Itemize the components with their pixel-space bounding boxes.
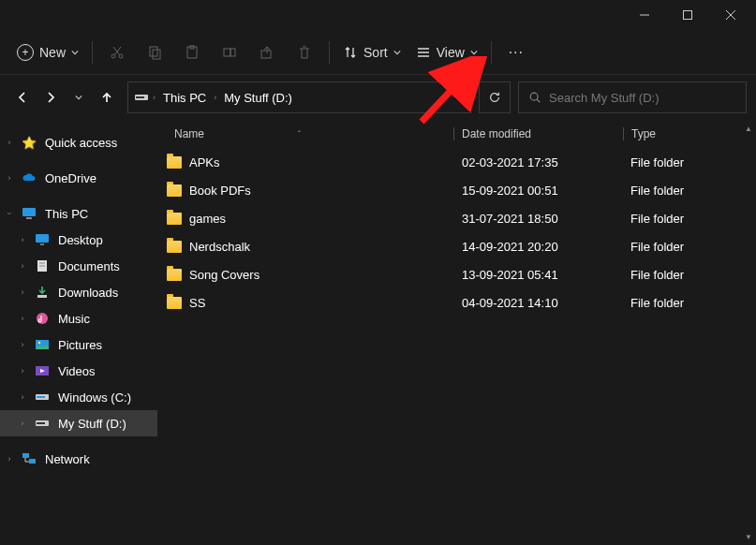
- sidebar-videos[interactable]: ›Videos: [0, 358, 157, 384]
- table-row[interactable]: Book PDFs15-09-2021 00:51File folder: [157, 176, 756, 204]
- file-area: Nameˆ Date modified Type APKs02-03-2021 …: [157, 120, 756, 545]
- clipboard-icon: [185, 45, 200, 60]
- scroll-up-button[interactable]: ▲: [742, 122, 755, 135]
- svg-rect-8: [150, 47, 157, 56]
- separator: [92, 41, 93, 64]
- nav-row: › This PC › My Stuff (D:): [0, 75, 756, 120]
- list-lines-icon: [416, 45, 431, 60]
- document-icon: [34, 258, 51, 274]
- minimize-button[interactable]: [623, 1, 666, 29]
- chevron-right-icon[interactable]: ›: [13, 392, 32, 402]
- file-name: APKs: [189, 155, 220, 169]
- svg-rect-13: [230, 49, 235, 56]
- sidebar-quick-access[interactable]: ›⭐Quick access: [0, 129, 157, 155]
- sidebar-downloads[interactable]: ›Downloads: [0, 279, 157, 305]
- sidebar-music[interactable]: ›Music: [0, 305, 157, 331]
- table-row[interactable]: games31-07-2021 18:50File folder: [157, 204, 756, 232]
- sidebar: ›⭐Quick access ›OneDrive ›This PC ›Deskt…: [0, 120, 157, 545]
- search-icon: [528, 91, 541, 104]
- file-name: Song Covers: [189, 268, 259, 282]
- recent-dropdown[interactable]: [66, 84, 92, 110]
- breadcrumb-root[interactable]: This PC: [159, 91, 210, 105]
- copy-button[interactable]: [136, 36, 173, 69]
- music-icon: [34, 310, 51, 327]
- separator: [329, 41, 330, 64]
- up-button[interactable]: [94, 84, 120, 110]
- rename-button[interactable]: [211, 36, 248, 69]
- chevron-right-icon[interactable]: ›: [13, 340, 32, 349]
- paste-button[interactable]: [173, 36, 211, 69]
- search-box[interactable]: [518, 81, 747, 113]
- file-type: File folder: [622, 268, 734, 282]
- chevron-down-icon[interactable]: ›: [5, 204, 14, 223]
- scroll-down-button[interactable]: ▼: [742, 530, 755, 543]
- svg-rect-22: [22, 208, 36, 216]
- sidebar-onedrive[interactable]: ›OneDrive: [0, 165, 157, 191]
- refresh-button[interactable]: [479, 81, 511, 113]
- folder-icon: [167, 156, 182, 169]
- chevron-right-icon[interactable]: ›: [13, 287, 32, 297]
- monitor-icon: [21, 205, 37, 222]
- table-row[interactable]: Nerdschalk14-09-2021 20:20File folder: [157, 232, 756, 260]
- chevron-right-icon[interactable]: ›: [13, 366, 32, 376]
- column-name[interactable]: Nameˆ: [157, 127, 453, 140]
- chevron-right-icon[interactable]: ›: [13, 235, 32, 244]
- chevron-down-icon: [393, 49, 401, 56]
- table-row[interactable]: APKs02-03-2021 17:35File folder: [157, 148, 756, 176]
- svg-line-21: [537, 99, 540, 102]
- file-date: 15-09-2021 00:51: [453, 184, 622, 198]
- close-button[interactable]: [709, 1, 752, 29]
- chevron-right-icon[interactable]: ›: [13, 419, 32, 428]
- svg-point-20: [530, 93, 538, 100]
- back-button[interactable]: [9, 84, 36, 110]
- desktop-icon: [34, 231, 51, 248]
- folder-icon: [167, 297, 182, 309]
- svg-rect-36: [37, 396, 45, 398]
- vertical-scrollbar[interactable]: ▲ ▼: [741, 120, 756, 545]
- sidebar-pictures[interactable]: ›Pictures: [0, 331, 157, 358]
- cut-button[interactable]: [98, 36, 136, 69]
- table-row[interactable]: SS04-09-2021 14:10File folder: [157, 288, 756, 317]
- chevron-right-icon[interactable]: ›: [0, 138, 19, 147]
- chevron-down-icon: [71, 49, 79, 56]
- sidebar-mystuff-d[interactable]: ›My Stuff (D:): [0, 410, 157, 436]
- svg-rect-24: [36, 234, 49, 243]
- video-icon: [34, 362, 51, 379]
- chevron-right-icon[interactable]: ›: [13, 314, 32, 323]
- folder-icon: [167, 213, 182, 225]
- column-type[interactable]: Type: [624, 127, 736, 140]
- view-button[interactable]: View: [408, 36, 485, 69]
- file-date: 14-09-2021 20:20: [453, 240, 622, 254]
- sidebar-documents[interactable]: ›Documents: [0, 253, 157, 279]
- svg-rect-14: [261, 51, 271, 58]
- share-button[interactable]: [248, 36, 286, 69]
- toolbar: + New Sort View ···: [0, 30, 756, 75]
- chevron-right-icon: ›: [153, 93, 156, 102]
- table-row[interactable]: Song Covers13-09-2021 05:41File folder: [157, 260, 756, 288]
- address-bar[interactable]: › This PC › My Stuff (D:): [127, 81, 471, 113]
- search-input[interactable]: [549, 91, 736, 105]
- column-date[interactable]: Date modified: [454, 127, 623, 140]
- new-button[interactable]: + New: [9, 36, 86, 69]
- scissors-icon: [110, 45, 125, 60]
- maximize-button[interactable]: [666, 1, 709, 29]
- svg-point-5: [119, 54, 123, 58]
- chevron-right-icon[interactable]: ›: [0, 454, 19, 464]
- chevron-right-icon[interactable]: ›: [13, 261, 32, 271]
- sidebar-desktop[interactable]: ›Desktop: [0, 227, 157, 253]
- svg-rect-39: [22, 453, 29, 458]
- forward-button[interactable]: [37, 84, 64, 110]
- sort-button[interactable]: Sort: [335, 36, 408, 69]
- svg-rect-40: [29, 459, 36, 464]
- delete-button[interactable]: [286, 36, 323, 69]
- chevron-down-icon[interactable]: [457, 94, 465, 101]
- breadcrumb-leaf[interactable]: My Stuff (D:): [220, 91, 296, 105]
- folder-icon: [167, 184, 182, 197]
- chevron-right-icon[interactable]: ›: [0, 173, 19, 183]
- sidebar-windows-c[interactable]: ›Windows (C:): [0, 384, 157, 410]
- svg-line-6: [115, 47, 122, 55]
- sidebar-network[interactable]: ›Network: [0, 446, 157, 472]
- sidebar-this-pc[interactable]: ›This PC: [0, 200, 157, 227]
- svg-point-32: [38, 342, 41, 345]
- more-button[interactable]: ···: [497, 36, 535, 69]
